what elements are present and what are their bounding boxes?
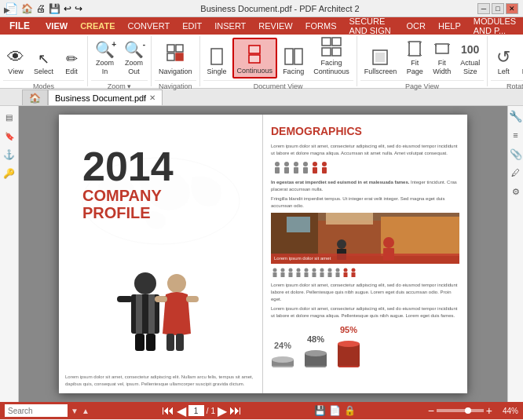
menu-file[interactable]: FILE bbox=[0, 17, 39, 35]
edit-button[interactable]: ✏ Edit bbox=[59, 38, 84, 79]
menu-review[interactable]: REVIEW bbox=[252, 17, 298, 35]
document-spread: 2014 COMPANY PROFILE bbox=[59, 115, 467, 393]
menu-help[interactable]: HELP bbox=[432, 17, 467, 35]
fit-width-button[interactable]: FitWidth bbox=[429, 38, 455, 79]
window-controls: ─ □ ✕ bbox=[477, 3, 518, 14]
status-icon-3[interactable]: 🔒 bbox=[344, 405, 356, 416]
right-panel-btn-4[interactable]: 🖊 bbox=[509, 166, 523, 180]
prev-page-btn[interactable]: ◀ bbox=[177, 404, 186, 418]
rotate-left-label: Left bbox=[498, 68, 510, 76]
page-number-input[interactable] bbox=[188, 405, 204, 416]
rotate-left-button[interactable]: ↺ Left bbox=[491, 38, 516, 79]
view-button[interactable]: 👁 View bbox=[3, 38, 28, 79]
zoom-in-status-btn[interactable]: + bbox=[486, 404, 492, 417]
navigation-label: Navigation bbox=[159, 68, 192, 76]
left-panel-btn-4[interactable]: 🔑 bbox=[2, 166, 17, 181]
menu-secure[interactable]: SECURE AND SIGN bbox=[342, 17, 400, 35]
menu-ocr[interactable]: OCR bbox=[400, 17, 432, 35]
document-area: 2014 COMPANY PROFILE bbox=[19, 106, 507, 402]
zoom-slider-thumb[interactable] bbox=[465, 407, 471, 414]
status-bar: ▼ ▲ ⏮ ◀ / 1 ▶ ⏭ 💾 📄 🔒 − + 44% bbox=[0, 402, 523, 419]
svg-rect-35 bbox=[166, 334, 174, 351]
edit-label: Edit bbox=[65, 68, 78, 76]
svg-point-45 bbox=[313, 162, 317, 166]
rotate-right-button[interactable]: ↻ Right bbox=[518, 38, 523, 79]
toolbar-icon-save[interactable]: 💾 bbox=[49, 3, 60, 14]
menu-view[interactable]: VIEW bbox=[39, 17, 74, 35]
page-separator: / bbox=[207, 407, 209, 415]
first-page-btn[interactable]: ⏮ bbox=[162, 404, 174, 418]
actual-size-button[interactable]: 100 ActualSize bbox=[456, 38, 484, 79]
svg-point-43 bbox=[303, 162, 308, 166]
navigation-button[interactable]: Navigation bbox=[155, 38, 196, 79]
search-input[interactable] bbox=[5, 404, 68, 417]
facing-button[interactable]: Facing bbox=[279, 38, 308, 79]
svg-point-74 bbox=[328, 268, 332, 272]
tab-close-btn[interactable]: ✕ bbox=[149, 93, 155, 102]
minimize-btn[interactable]: ─ bbox=[477, 3, 490, 14]
single-button[interactable]: Single bbox=[203, 38, 231, 79]
svg-rect-46 bbox=[313, 167, 317, 173]
select-button[interactable]: ↖ Select bbox=[30, 38, 57, 79]
fit-page-button[interactable]: FitPage bbox=[402, 38, 427, 79]
menu-edit[interactable]: EDIT bbox=[176, 17, 208, 35]
last-page-btn[interactable]: ⏭ bbox=[229, 404, 242, 418]
menu-insert[interactable]: INSERT bbox=[208, 17, 252, 35]
menu-forms[interactable]: FORMS bbox=[299, 17, 343, 35]
document-tab[interactable]: Business Document.pdf ✕ bbox=[48, 89, 163, 105]
svg-rect-71 bbox=[313, 272, 316, 277]
toolbar-icon-redo[interactable]: ↪ bbox=[75, 3, 82, 14]
search-up-icon[interactable]: ▲ bbox=[82, 407, 90, 415]
home-tab[interactable]: 🏠 bbox=[22, 89, 48, 105]
fit-width-label: FitWidth bbox=[433, 59, 451, 76]
zoom-in-button[interactable]: 🔍+ ZoomIn bbox=[91, 38, 119, 79]
toolbar-icon-print[interactable]: 🖨 bbox=[36, 3, 46, 14]
left-panel-btn-3[interactable]: ⚓ bbox=[2, 147, 17, 163]
left-panel-btn-2[interactable]: 🔖 bbox=[2, 128, 17, 144]
svg-rect-69 bbox=[305, 272, 309, 277]
continuous-button[interactable]: Continuous bbox=[232, 38, 278, 79]
facing-continuous-button[interactable]: FacingContinuous bbox=[309, 38, 353, 79]
window-title: Business Document.pdf - PDF Architect 2 bbox=[82, 4, 477, 13]
select-label: Select bbox=[34, 68, 53, 76]
zoom-out-button[interactable]: 🔍- ZoomOut bbox=[120, 38, 148, 79]
svg-rect-44 bbox=[303, 167, 308, 173]
ribbon: 👁 View ↖ Select ✏ Edit Modes 🔍+ ZoomIn bbox=[0, 35, 523, 89]
right-panel-btn-3[interactable]: 📎 bbox=[509, 147, 523, 161]
menu-convert[interactable]: CONVERT bbox=[122, 17, 177, 35]
view-label: View bbox=[8, 68, 23, 76]
toolbar-icon-undo[interactable]: ↩ bbox=[64, 3, 71, 14]
svg-point-72 bbox=[320, 268, 324, 272]
menu-modules[interactable]: MODULES AND P... bbox=[467, 17, 523, 35]
stats-row: 24% 48% bbox=[271, 324, 459, 367]
zoom-slider[interactable] bbox=[437, 409, 484, 412]
actual-size-icon: 100 bbox=[461, 43, 479, 56]
right-panel-btn-1[interactable]: 🔧 bbox=[509, 109, 523, 123]
maximize-btn[interactable]: □ bbox=[492, 3, 504, 14]
collapse-panel-btn[interactable]: ▶ bbox=[3, 2, 11, 17]
search-down-icon[interactable]: ▼ bbox=[71, 407, 79, 415]
people-illustration bbox=[59, 260, 262, 354]
svg-point-83 bbox=[272, 356, 294, 363]
home-icon: 🏠 bbox=[29, 93, 41, 104]
fullscreen-button[interactable]: Fullscreen bbox=[360, 38, 401, 79]
next-page-btn[interactable]: ▶ bbox=[218, 404, 227, 418]
svg-rect-63 bbox=[281, 272, 285, 277]
left-panel-btn-1[interactable]: ▤ bbox=[2, 109, 17, 125]
fullscreen-icon bbox=[371, 49, 389, 68]
svg-rect-61 bbox=[273, 272, 277, 277]
svg-point-60 bbox=[273, 268, 277, 272]
zoom-out-status-btn[interactable]: − bbox=[428, 404, 434, 417]
toolbar-icon-home[interactable]: 🏠 bbox=[21, 3, 33, 14]
document-tab-label: Business Document.pdf bbox=[55, 93, 146, 103]
facing-continuous-label: FacingContinuous bbox=[313, 59, 349, 76]
svg-rect-73 bbox=[320, 272, 324, 277]
svg-rect-15 bbox=[409, 42, 420, 56]
status-icon-1[interactable]: 💾 bbox=[314, 405, 326, 416]
right-panel-btn-2[interactable]: ≡ bbox=[509, 128, 523, 142]
close-btn[interactable]: ✕ bbox=[506, 3, 518, 14]
company-line2: PROFILE bbox=[82, 204, 262, 222]
menu-create[interactable]: CREATE bbox=[74, 17, 121, 35]
status-icon-2[interactable]: 📄 bbox=[329, 405, 341, 416]
right-panel-btn-5[interactable]: ⚙ bbox=[509, 184, 523, 199]
